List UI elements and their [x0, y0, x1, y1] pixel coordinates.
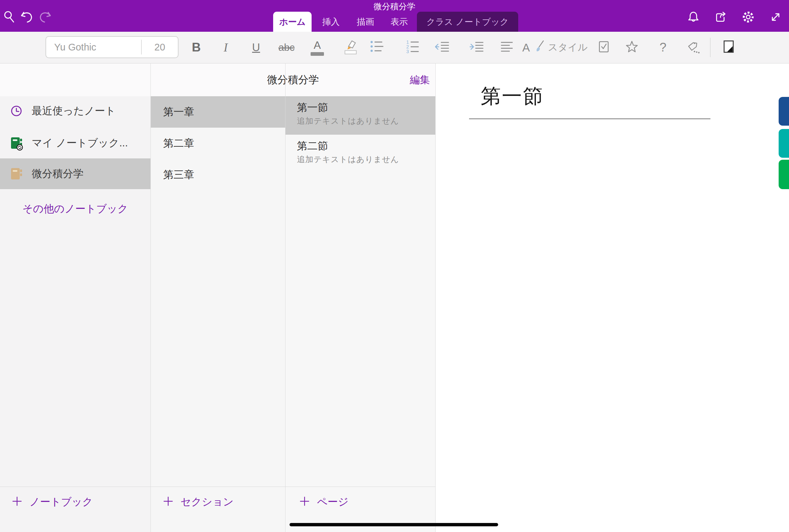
notebook-sync-icon: [10, 136, 23, 150]
question-tag-button[interactable]: ?: [652, 32, 674, 63]
section-label: 第二章: [151, 128, 285, 159]
highlighter-icon: [342, 38, 358, 56]
tab-insert[interactable]: 挿入: [314, 12, 348, 32]
fullscreen-button[interactable]: [768, 10, 783, 25]
sidebar-item-recent-notes[interactable]: 最近使ったノート: [0, 96, 150, 126]
indent-icon: [468, 39, 485, 56]
settings-button[interactable]: [740, 10, 756, 25]
sidebar-item-label: 最近使ったノート: [32, 104, 116, 118]
font-picker[interactable]: Yu Gothic 20: [45, 36, 179, 58]
styles-letter: A: [522, 41, 530, 54]
bullet-list-icon: [369, 39, 385, 56]
page-item-1[interactable]: 第一節 追加テキストはありません: [285, 96, 435, 135]
tab-home[interactable]: ホーム: [273, 12, 312, 32]
section-item-1[interactable]: 第一章: [151, 96, 285, 128]
page-panel-toggle-button[interactable]: [718, 32, 739, 63]
tab-view[interactable]: 表示: [382, 12, 416, 32]
outdent-button[interactable]: [431, 32, 453, 63]
align-icon: [499, 39, 515, 56]
tab-draw[interactable]: 描画: [349, 12, 382, 32]
strikethrough-button[interactable]: abc: [276, 32, 297, 63]
notebook-color-tab-green: [778, 160, 789, 189]
sidebar-item-my-notebook[interactable]: マイ ノートブック...: [0, 128, 150, 158]
tab-class-notebook[interactable]: クラス ノートブック: [417, 12, 518, 32]
redo-button[interactable]: [37, 10, 53, 25]
edit-button[interactable]: 編集: [398, 63, 430, 96]
add-notebook-button[interactable]: ノートブック: [11, 493, 93, 511]
document-title: 微分積分学: [0, 1, 789, 11]
onenote-app: 微分積分学 ホーム 挿入 描画 表示 クラス ノートブック: [0, 0, 789, 532]
expand-icon: [768, 10, 783, 26]
add-notebook-label: ノートブック: [30, 495, 93, 509]
important-tag-button[interactable]: [621, 32, 642, 63]
sidebar-item-calculus[interactable]: 微分積分学: [0, 158, 150, 189]
bell-icon: [686, 10, 701, 26]
section-item-2[interactable]: 第二章: [151, 128, 285, 159]
undo-icon: [19, 9, 35, 26]
section-item-3[interactable]: 第三章: [151, 159, 285, 190]
more-tags-button[interactable]: [683, 32, 704, 63]
svg-text:3: 3: [406, 49, 409, 54]
page-canvas[interactable]: [436, 63, 789, 532]
notifications-button[interactable]: [686, 10, 701, 25]
page-panel-icon: [720, 39, 736, 56]
numbered-list-icon: 123: [405, 39, 421, 56]
numbered-list-button[interactable]: 123: [402, 32, 424, 63]
add-section-label: セクション: [181, 495, 234, 509]
font-color-icon: A: [311, 39, 324, 56]
notebook-header-title: 微分積分学: [151, 63, 435, 96]
page-item-title: 第二節: [297, 139, 435, 153]
alignment-button[interactable]: [496, 32, 518, 63]
font-name-select[interactable]: Yu Gothic: [46, 42, 141, 53]
undo-button[interactable]: [19, 10, 34, 25]
checkbox-icon: [596, 39, 612, 56]
page-title-rule: [469, 118, 710, 119]
add-page-label: ページ: [317, 495, 349, 509]
question-icon: ?: [660, 40, 666, 55]
section-label: 第一章: [151, 96, 285, 128]
font-size-select[interactable]: 20: [142, 42, 178, 53]
strikethrough-icon: abc: [279, 42, 295, 53]
indent-button[interactable]: [466, 32, 487, 63]
page-title[interactable]: 第一節: [481, 83, 544, 110]
bold-icon: B: [192, 40, 201, 55]
notebook-color-tab-teal: [778, 129, 789, 158]
todo-tag-button[interactable]: [593, 32, 615, 63]
home-indicator[interactable]: [289, 523, 498, 526]
divider-sidebar-sections: [150, 63, 151, 532]
underline-icon: U: [252, 41, 260, 54]
plus-icon: [299, 496, 310, 508]
page-item-title: 第一節: [297, 101, 435, 114]
page-item-2[interactable]: 第二節 追加テキストはありません: [285, 135, 435, 173]
search-icon: [2, 10, 17, 26]
gear-icon: [740, 9, 756, 26]
share-button[interactable]: [713, 10, 729, 25]
tag-icon: [685, 39, 701, 56]
plus-icon: [11, 496, 23, 508]
font-color-button[interactable]: A: [306, 32, 328, 63]
clock-icon: [10, 103, 23, 118]
styles-brush-icon: [533, 40, 545, 55]
section-label: 第三章: [151, 159, 285, 190]
add-page-button[interactable]: ページ: [299, 493, 349, 511]
underline-button[interactable]: U: [245, 32, 267, 63]
highlight-button[interactable]: [339, 32, 361, 63]
italic-button[interactable]: I: [215, 32, 237, 63]
styles-button[interactable]: A スタイル: [522, 32, 588, 63]
divider-pages-content: [435, 63, 436, 532]
bold-button[interactable]: B: [186, 32, 207, 63]
page-item-subtitle: 追加テキストはありません: [297, 153, 435, 166]
page-item-subtitle: 追加テキストはありません: [297, 114, 435, 128]
sidebar-item-label: マイ ノートブック...: [32, 136, 128, 150]
search-button[interactable]: [2, 10, 17, 25]
notebook-icon: [10, 166, 23, 181]
format-toolbar: Yu Gothic 20 B I U abc A 123: [0, 32, 789, 63]
add-section-button[interactable]: セクション: [163, 493, 234, 511]
notebook-color-tab-blue: [778, 97, 789, 126]
plus-icon: [163, 496, 174, 508]
toolbar-divider: [710, 38, 710, 57]
more-notebooks-link[interactable]: その他のノートブック: [0, 198, 150, 220]
italic-icon: I: [224, 40, 228, 55]
styles-label: スタイル: [548, 41, 588, 54]
bullet-list-button[interactable]: [367, 32, 388, 63]
